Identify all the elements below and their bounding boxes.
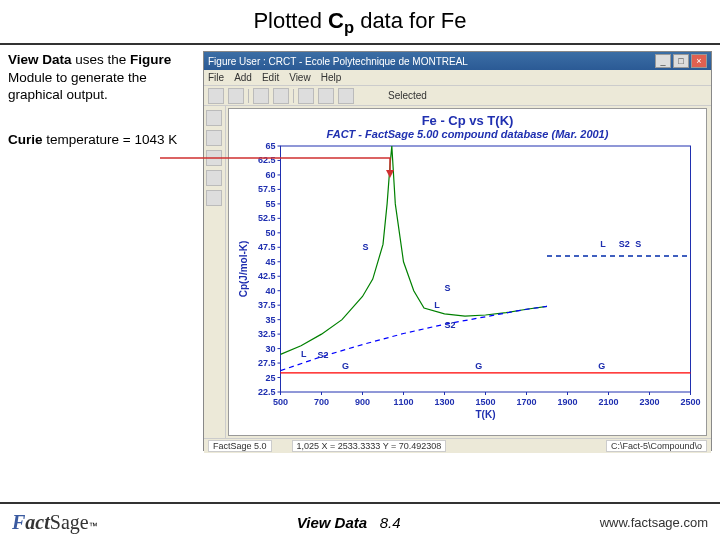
selected-label: Selected	[388, 90, 427, 101]
svg-text:2300: 2300	[639, 397, 659, 407]
toolbar-separator	[248, 89, 249, 103]
menu-add[interactable]: Add	[234, 72, 252, 83]
svg-text:S: S	[635, 240, 641, 250]
toolbar-icon[interactable]	[273, 88, 289, 104]
svg-text:900: 900	[355, 397, 370, 407]
maximize-button[interactable]: □	[673, 54, 689, 68]
side-icon[interactable]	[206, 190, 222, 206]
close-button[interactable]: ×	[691, 54, 707, 68]
chart-svg: 22.52527.53032.53537.54042.54547.55052.5…	[229, 140, 706, 420]
svg-text:57.5: 57.5	[258, 185, 276, 195]
toolbar-icon[interactable]	[228, 88, 244, 104]
toolbar-icon[interactable]	[208, 88, 224, 104]
svg-text:25: 25	[265, 373, 275, 383]
description-text: View Data uses the Figure Module to gene…	[8, 51, 203, 104]
curie-arrow	[160, 156, 408, 180]
svg-text:35: 35	[265, 315, 275, 325]
svg-text:55: 55	[265, 199, 275, 209]
svg-text:32.5: 32.5	[258, 330, 276, 340]
svg-text:37.5: 37.5	[258, 301, 276, 311]
status-bar: FactSage 5.0 1,025 X = 2533.3333 Y = 70.…	[204, 438, 711, 453]
svg-text:S: S	[445, 283, 451, 293]
toolbar-icon[interactable]	[338, 88, 354, 104]
svg-text:S2: S2	[317, 351, 328, 361]
svg-text:L: L	[301, 350, 307, 360]
figure-window: Figure User : CRCT - Ecole Polytechnique…	[203, 51, 712, 451]
window-titlebar: Figure User : CRCT - Ecole Polytechnique…	[204, 52, 711, 70]
menu-help[interactable]: Help	[321, 72, 342, 83]
svg-text:1700: 1700	[516, 397, 536, 407]
svg-text:1100: 1100	[393, 397, 413, 407]
svg-text:30: 30	[265, 344, 275, 354]
status-left: FactSage 5.0	[208, 440, 272, 452]
svg-text:700: 700	[314, 397, 329, 407]
window-title-text: Figure User : CRCT - Ecole Polytechnique…	[208, 56, 468, 67]
svg-text:1500: 1500	[475, 397, 495, 407]
svg-text:500: 500	[273, 397, 288, 407]
tool-bar: Selected	[204, 86, 711, 106]
svg-text:42.5: 42.5	[258, 272, 276, 282]
status-right: C:\Fact-5\Compound\o	[606, 440, 707, 452]
svg-text:Cp(J/mol-K): Cp(J/mol-K)	[238, 241, 249, 298]
svg-text:L: L	[434, 300, 440, 310]
menu-edit[interactable]: Edit	[262, 72, 279, 83]
toolbar-icon[interactable]	[298, 88, 314, 104]
svg-text:52.5: 52.5	[258, 214, 276, 224]
svg-text:45: 45	[265, 257, 275, 267]
svg-text:40: 40	[265, 286, 275, 296]
svg-text:1300: 1300	[434, 397, 454, 407]
footer-url: www.factsage.com	[600, 515, 708, 530]
svg-text:47.5: 47.5	[258, 243, 276, 253]
svg-text:S2: S2	[619, 240, 630, 250]
menu-file[interactable]: File	[208, 72, 224, 83]
footer-center: View Data 8.4	[98, 514, 600, 531]
side-icon[interactable]	[206, 110, 222, 126]
footer: FactSage™ View Data 8.4 www.factsage.com	[0, 502, 720, 540]
minimize-button[interactable]: _	[655, 54, 671, 68]
toolbar-icon[interactable]	[318, 88, 334, 104]
svg-text:65: 65	[265, 141, 275, 151]
svg-text:2500: 2500	[680, 397, 700, 407]
svg-text:1900: 1900	[557, 397, 577, 407]
menu-view[interactable]: View	[289, 72, 311, 83]
page-title: Plotted Cp data for Fe	[0, 0, 720, 45]
svg-text:27.5: 27.5	[258, 358, 276, 368]
svg-text:50: 50	[265, 228, 275, 238]
svg-text:G: G	[598, 361, 605, 371]
status-mid: 1,025 X = 2533.3333 Y = 70.492308	[292, 440, 447, 452]
plot-title: Fe - Cp vs T(K)	[229, 109, 706, 128]
side-icon[interactable]	[206, 130, 222, 146]
svg-text:G: G	[342, 361, 349, 371]
svg-text:G: G	[475, 361, 482, 371]
svg-text:S: S	[363, 243, 369, 253]
svg-text:22.5: 22.5	[258, 387, 276, 397]
svg-text:T(K): T(K)	[476, 409, 496, 420]
menu-bar: File Add Edit View Help	[204, 70, 711, 86]
toolbar-separator	[293, 89, 294, 103]
svg-text:S2: S2	[445, 321, 456, 331]
svg-rect-0	[281, 146, 691, 392]
factsage-logo: FactSage™	[12, 511, 98, 534]
svg-text:L: L	[600, 240, 606, 250]
toolbar-icon[interactable]	[253, 88, 269, 104]
svg-text:2100: 2100	[598, 397, 618, 407]
curie-annotation: Curie temperature = 1043 K	[8, 132, 203, 147]
plot-subtitle: FACT - FactSage 5.00 compound database (…	[229, 128, 706, 140]
